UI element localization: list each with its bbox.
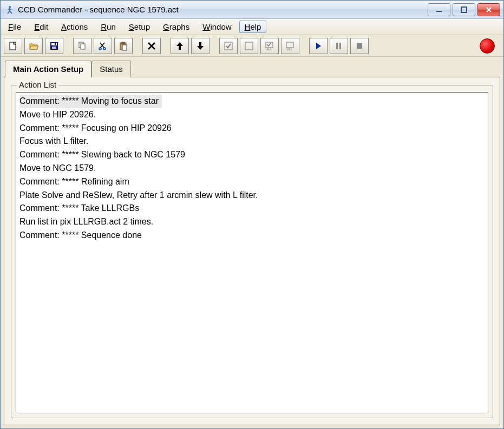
list-item[interactable]: Focus with L filter. bbox=[19, 135, 485, 148]
svg-rect-37 bbox=[336, 43, 338, 49]
tb-pause[interactable] bbox=[330, 38, 348, 54]
action-list-group: Action List Comment: ***** Moving to foc… bbox=[11, 85, 493, 418]
tabstrip: Main Action Setup Status bbox=[5, 60, 500, 77]
save-floppy-icon bbox=[49, 41, 59, 51]
svg-rect-6 bbox=[461, 7, 467, 12]
svg-rect-15 bbox=[52, 47, 56, 49]
pause-icon bbox=[334, 41, 344, 51]
paste-clipboard-icon bbox=[119, 41, 128, 51]
svg-marker-28 bbox=[176, 42, 183, 50]
tb-uncheck[interactable] bbox=[240, 38, 258, 54]
svg-line-3 bbox=[10, 11, 12, 14]
open-folder-icon bbox=[29, 41, 38, 51]
list-item[interactable]: Comment: ***** Sequence done bbox=[19, 229, 485, 242]
tb-uncheckall[interactable]: ALL bbox=[281, 38, 299, 54]
svg-marker-29 bbox=[197, 42, 204, 50]
tab-main-action-setup[interactable]: Main Action Setup bbox=[5, 61, 91, 77]
tb-play[interactable] bbox=[309, 38, 328, 54]
tb-checkall[interactable]: ALL bbox=[260, 38, 279, 54]
action-listbox[interactable]: Comment: ***** Moving to focus starMove … bbox=[16, 92, 488, 413]
app-window: CCD Commander - sequence NGC 1579.act Fi… bbox=[0, 0, 504, 429]
svg-rect-14 bbox=[51, 43, 57, 45]
svg-rect-34 bbox=[286, 42, 293, 48]
svg-point-0 bbox=[9, 6, 11, 8]
tb-open[interactable] bbox=[24, 38, 43, 54]
list-item[interactable]: Move to NGC 1579. bbox=[19, 162, 485, 175]
svg-rect-31 bbox=[245, 42, 253, 50]
toolbar: ALL ALL bbox=[1, 35, 503, 57]
svg-rect-18 bbox=[81, 44, 85, 49]
tb-paste[interactable] bbox=[114, 38, 133, 54]
window-title: CCD Commander - sequence NGC 1579.act bbox=[18, 5, 424, 14]
menu-actions[interactable]: Actions bbox=[56, 21, 93, 33]
delete-x-icon bbox=[147, 41, 156, 51]
svg-marker-36 bbox=[316, 43, 321, 49]
copy-icon bbox=[77, 41, 87, 51]
svg-rect-25 bbox=[122, 45, 127, 50]
window-controls bbox=[428, 3, 500, 16]
check-icon bbox=[224, 41, 233, 51]
svg-point-21 bbox=[99, 48, 101, 50]
tb-cut[interactable] bbox=[94, 38, 112, 54]
svg-rect-39 bbox=[357, 43, 362, 49]
stop-icon bbox=[355, 41, 364, 51]
svg-rect-5 bbox=[436, 11, 442, 12]
svg-rect-38 bbox=[339, 43, 341, 49]
menu-setup[interactable]: Setup bbox=[123, 21, 155, 33]
tab-status[interactable]: Status bbox=[91, 61, 131, 77]
client-area: Main Action Setup Status Action List Com… bbox=[4, 60, 500, 425]
minimize-button[interactable] bbox=[428, 3, 450, 16]
svg-point-22 bbox=[103, 48, 106, 50]
menubar: File Edit Actions Run Setup Graphs Windo… bbox=[1, 19, 503, 35]
tb-save[interactable] bbox=[45, 38, 63, 54]
app-icon bbox=[5, 5, 15, 15]
svg-rect-24 bbox=[122, 42, 125, 44]
svg-rect-16 bbox=[55, 43, 56, 45]
list-item[interactable]: Move to HIP 20926. bbox=[19, 108, 485, 122]
tb-new[interactable] bbox=[4, 38, 22, 54]
list-item[interactable]: Comment: ***** Take LLLRGBs bbox=[19, 202, 485, 215]
menu-help[interactable]: Help bbox=[239, 21, 267, 33]
list-item[interactable]: Plate Solve and ReSlew, Retry after 1 ar… bbox=[19, 189, 485, 202]
svg-text:ALL: ALL bbox=[266, 48, 272, 51]
tb-moveup[interactable] bbox=[171, 38, 189, 54]
tab-panel-main: Action List Comment: ***** Moving to foc… bbox=[4, 77, 500, 425]
list-item[interactable]: Comment: ***** Focusing on HIP 20926 bbox=[19, 122, 485, 135]
svg-marker-12 bbox=[30, 46, 38, 49]
menu-run[interactable]: Run bbox=[95, 21, 121, 33]
tb-delete[interactable] bbox=[142, 38, 161, 54]
tb-copy[interactable] bbox=[73, 38, 91, 54]
arrow-down-icon bbox=[195, 41, 205, 51]
arrow-up-icon bbox=[175, 41, 185, 51]
list-item[interactable]: Comment: ***** Refining aim bbox=[19, 175, 485, 189]
cut-scissors-icon bbox=[98, 41, 108, 51]
svg-text:ALL: ALL bbox=[287, 48, 293, 51]
new-file-icon bbox=[8, 41, 18, 51]
uncheck-all-icon: ALL bbox=[285, 41, 295, 51]
menu-window[interactable]: Window bbox=[197, 21, 237, 33]
tb-stop[interactable] bbox=[350, 38, 369, 54]
menu-file[interactable]: File bbox=[3, 21, 27, 33]
maximize-button[interactable] bbox=[453, 3, 475, 16]
menu-graphs[interactable]: Graphs bbox=[158, 21, 195, 33]
list-item[interactable]: Comment: ***** Slewing back to NGC 1579 bbox=[19, 148, 485, 162]
close-button[interactable] bbox=[477, 3, 500, 16]
uncheck-icon bbox=[244, 41, 254, 51]
play-icon bbox=[313, 41, 323, 51]
list-item[interactable]: Comment: ***** Moving to focus star bbox=[19, 95, 162, 108]
menu-edit[interactable]: Edit bbox=[29, 21, 54, 33]
list-item[interactable]: Run list in pix LLLRGB.act 2 times. bbox=[19, 215, 485, 229]
check-all-icon: ALL bbox=[265, 41, 274, 51]
titlebar: CCD Commander - sequence NGC 1579.act bbox=[1, 1, 503, 19]
tb-check[interactable] bbox=[219, 38, 238, 54]
status-indicator-dot bbox=[480, 38, 495, 54]
tb-movedown[interactable] bbox=[191, 38, 210, 54]
group-legend: Action List bbox=[17, 80, 58, 89]
